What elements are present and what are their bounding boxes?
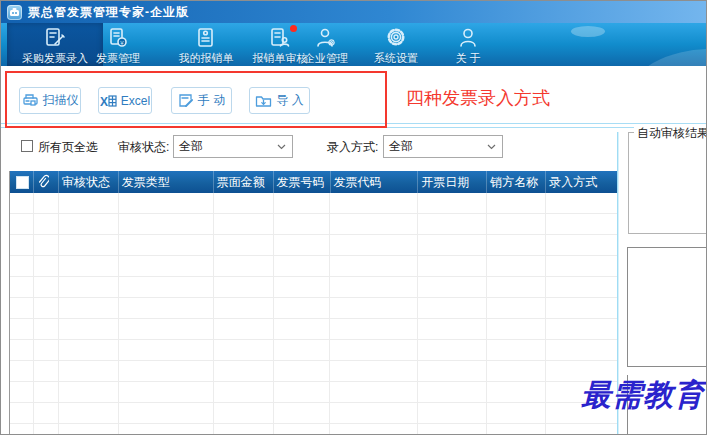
table-cell [10,193,34,214]
table-cell [214,235,274,256]
column-header[interactable]: 票面金额 [214,171,274,193]
invoice-manage-icon: ¥ [105,25,131,51]
manual-pen-icon [178,93,194,108]
table-row[interactable] [10,298,617,319]
import-button[interactable]: 导 入 [249,87,310,114]
table-cell [330,277,418,298]
header-checkbox-cell[interactable] [10,171,34,193]
table-cell [330,235,418,256]
table-cell [546,298,617,319]
table-cell [330,340,418,361]
column-header[interactable]: 销方名称 [487,171,546,193]
table-cell [274,193,331,214]
table-cell [10,361,34,382]
table-row[interactable] [10,214,617,235]
tab-invoice-management[interactable]: ¥ 发票管理 [70,23,166,66]
column-header[interactable]: 发票代码 [331,171,419,193]
table-cell [418,277,487,298]
column-header[interactable]: 开票日期 [418,171,487,193]
table-cell [10,424,34,435]
attachment-column-header[interactable] [34,171,59,193]
table-row[interactable] [10,424,617,435]
table-cell [487,319,546,340]
table-cell [214,424,274,435]
table-cell [418,382,487,403]
separator-line [1,127,707,128]
table-cell [487,256,546,277]
column-header[interactable]: 发票号码 [274,171,331,193]
table-row[interactable] [10,340,617,361]
chevron-down-icon [277,144,286,150]
table-cell [119,319,214,340]
table-row[interactable] [10,277,617,298]
table-cell [34,340,59,361]
table-cell [546,277,617,298]
title-bar: 票总管发票管理专家-企业版 [1,1,707,23]
table-cell [10,382,34,403]
import-folder-icon [255,94,272,108]
table-cell [546,424,617,435]
paperclip-icon [37,174,49,190]
table-cell [119,382,214,403]
table-cell [487,382,546,403]
column-header[interactable]: 审核状态 [59,171,119,193]
table-cell [330,403,418,424]
table-cell [330,424,418,435]
table-cell [214,277,274,298]
table-cell [119,424,214,435]
table-row[interactable] [10,361,617,382]
table-cell [274,340,331,361]
table-cell [10,256,34,277]
table-cell [546,319,617,340]
tab-label: 企业管理 [304,51,348,66]
table-cell [418,193,487,214]
table-cell [487,340,546,361]
manual-entry-button[interactable]: 手 动 [171,87,232,114]
app-logo-icon [7,5,22,20]
excel-icon: X [100,94,117,108]
button-label: 手 动 [198,92,225,109]
table-row[interactable] [10,382,617,403]
table-cell [34,256,59,277]
table-cell [59,277,119,298]
table-cell [10,403,34,424]
table-cell [34,235,59,256]
table-cell [10,340,34,361]
table-row[interactable] [10,235,617,256]
audit-status-label: 审核状态: [118,139,169,156]
table-cell [330,214,418,235]
table-row[interactable] [10,256,617,277]
audit-status-select[interactable]: 全部 [173,135,293,158]
table-cell [274,382,331,403]
column-header[interactable]: 录入方式 [546,171,617,193]
table-cell [274,424,331,435]
table-cell [330,361,418,382]
excel-import-button[interactable]: X Excel [98,87,152,114]
gear-icon [383,25,409,51]
table-row[interactable] [10,319,617,340]
select-all-checkbox[interactable] [21,140,33,152]
scanner-button[interactable]: 扫描仪 [19,87,81,114]
entry-mode-select[interactable]: 全部 [383,135,503,158]
tab-about[interactable]: 关 于 [420,23,516,66]
table-cell [418,235,487,256]
header-select-all-checkbox[interactable] [16,176,29,189]
expense-card-icon [193,25,219,51]
table-cell [487,235,546,256]
invoice-table: 审核状态 发票类型 票面金额 发票号码 发票代码 开票日期 销方名称 录入方式 [9,171,617,435]
table-cell [546,256,617,277]
combo-value: 全部 [389,138,413,155]
auto-audit-result-groupbox: 自动审核结果 [628,132,707,234]
column-header[interactable]: 发票类型 [119,171,214,193]
table-row[interactable] [10,193,617,214]
table-cell [34,193,59,214]
tab-label: 系统设置 [374,51,418,66]
button-label: 扫描仪 [43,92,79,109]
table-cell [59,214,119,235]
table-row[interactable] [10,403,617,424]
table-cell [10,235,34,256]
table-cell [546,235,617,256]
decor-swoosh [631,49,707,66]
person-icon [455,25,481,51]
table-cell [274,361,331,382]
